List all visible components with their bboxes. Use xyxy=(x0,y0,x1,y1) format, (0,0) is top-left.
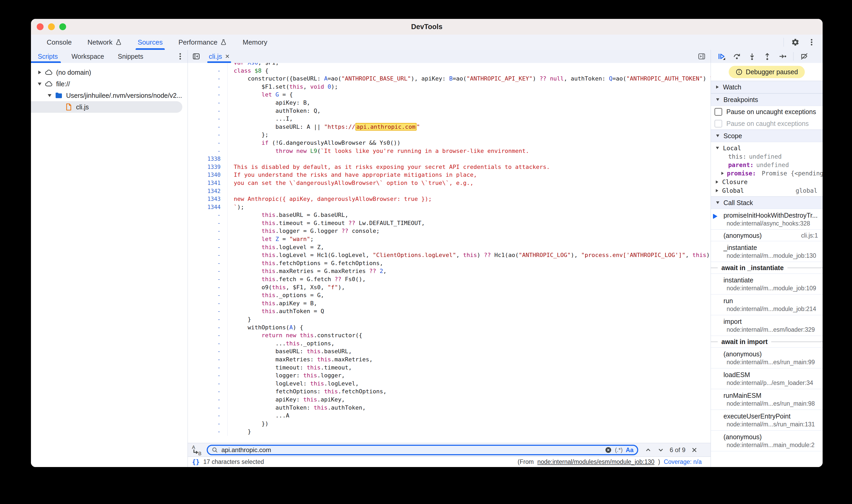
code-line[interactable]: - this.timeout = G.timeout ?? Lw.DEFAULT… xyxy=(188,219,711,227)
line-gutter[interactable]: - xyxy=(188,75,228,83)
line-gutter[interactable]: - xyxy=(188,307,228,316)
more-options-icon[interactable] xyxy=(807,37,816,47)
code-line[interactable]: - ...this._options, xyxy=(188,340,711,348)
close-search-icon[interactable] xyxy=(691,446,698,454)
line-gutter[interactable]: - xyxy=(188,300,228,308)
code-line[interactable]: - constructor({baseURL: A=ao("ANTHROPIC_… xyxy=(188,75,711,83)
code-line[interactable]: - this.authToken = Q xyxy=(188,307,711,316)
code-line[interactable]: 1339This is disabled by default, as it r… xyxy=(188,163,711,171)
line-gutter[interactable]: 1339 xyxy=(188,163,228,171)
pause-caught-checkbox[interactable] xyxy=(714,120,722,127)
section-watch[interactable]: Watch xyxy=(711,81,823,93)
pretty-print-icon[interactable]: {} xyxy=(192,458,200,466)
sidebar-tab-workspace[interactable]: Workspace xyxy=(65,50,111,63)
line-gutter[interactable]: 1343 xyxy=(188,195,228,203)
call-stack-frame[interactable]: _instantiatenode:internal/m...module_job… xyxy=(711,241,823,262)
line-gutter[interactable]: - xyxy=(188,267,228,275)
code-line[interactable]: - timeout: this.timeout, xyxy=(188,364,711,372)
tab-network[interactable]: Network xyxy=(79,35,129,50)
line-gutter[interactable]: - xyxy=(188,388,228,396)
line-gutter[interactable]: - xyxy=(188,91,228,99)
line-gutter[interactable]: - xyxy=(188,123,228,131)
code-line[interactable]: - maxRetries: this.maxRetries, xyxy=(188,356,711,364)
code-line[interactable]: - logger: this.logger, xyxy=(188,372,711,380)
tree-expander-icon[interactable] xyxy=(36,83,43,86)
deactivate-breakpoints-icon[interactable] xyxy=(800,52,809,61)
line-gutter[interactable]: 1342 xyxy=(188,187,228,195)
code-line[interactable]: - ...A xyxy=(188,412,711,420)
call-stack-frame[interactable]: instantiatenode:internal/m...module_job:… xyxy=(711,274,823,294)
pause-uncaught-checkbox[interactable] xyxy=(714,108,722,116)
line-gutter[interactable]: - xyxy=(188,404,228,412)
line-gutter[interactable]: - xyxy=(188,211,228,219)
tree-item-users-jinhuilee-nvm-versions-node-v2-[interactable]: Users/jinhuilee/.nvm/versions/node/v2... xyxy=(31,90,188,101)
settings-gear-icon[interactable] xyxy=(791,37,800,47)
match-case-toggle-icon[interactable]: Aa xyxy=(626,447,634,454)
tab-cli-js[interactable]: cli.js × xyxy=(203,50,235,63)
code-line[interactable]: var Xs0, $F1; xyxy=(188,63,711,67)
tree-expander-icon[interactable] xyxy=(36,71,43,74)
line-gutter[interactable]: - xyxy=(188,340,228,348)
code-line[interactable]: - $F1.set(this, void 0); xyxy=(188,83,711,91)
step-over-icon[interactable] xyxy=(732,52,741,61)
previous-match-icon[interactable] xyxy=(644,446,652,454)
line-gutter[interactable]: - xyxy=(188,115,228,123)
code-viewport[interactable]: var Xs0, $F1;-class $8 {- constructor({b… xyxy=(188,63,711,443)
code-line[interactable]: 1338 xyxy=(188,155,711,163)
code-line[interactable]: - this.baseURL = G.baseURL, xyxy=(188,211,711,219)
line-gutter[interactable]: - xyxy=(188,131,228,139)
line-gutter[interactable]: - xyxy=(188,83,228,91)
scope-variable-promise[interactable]: promise:Promise {<pending>} xyxy=(711,169,823,178)
call-stack-frame[interactable]: (anonymous)node:internal/m...main_module… xyxy=(711,431,823,451)
line-gutter[interactable]: - xyxy=(188,227,228,235)
code-line[interactable]: 1344`); xyxy=(188,203,711,211)
line-gutter[interactable]: - xyxy=(188,291,228,300)
replace-toggle-icon[interactable]: A B xyxy=(192,445,203,455)
from-module-link[interactable]: node:internal/modules/esm/module_job:130 xyxy=(537,458,655,465)
scope-section-global[interactable]: Globalglobal xyxy=(711,186,823,195)
code-line[interactable]: - logLevel: this.logLevel, xyxy=(188,380,711,388)
toggle-debugger-panel-icon[interactable] xyxy=(697,52,706,61)
code-line[interactable]: - authToken: this.authToken, xyxy=(188,404,711,412)
line-gutter[interactable]: - xyxy=(188,324,228,332)
code-line[interactable]: -class $8 { xyxy=(188,67,711,75)
code-line[interactable]: - ...I, xyxy=(188,115,711,123)
line-gutter[interactable]: - xyxy=(188,244,228,251)
call-stack-frame[interactable]: (anonymous)cli.js:1 xyxy=(711,230,823,241)
code-line[interactable]: - this.logLevel = Hc1(G.logLevel, "Clien… xyxy=(188,251,711,259)
code-line[interactable]: - return new this.constructor({ xyxy=(188,331,711,340)
tab-console[interactable]: Console xyxy=(39,35,79,50)
line-gutter[interactable]: - xyxy=(188,420,228,428)
scope-variable-parent[interactable]: parent:undefined xyxy=(711,161,823,169)
code-line[interactable]: - this.logLevel = Z, xyxy=(188,244,711,251)
code-line[interactable]: - apiKey: this.apiKey, xyxy=(188,396,711,404)
code-line[interactable]: - this.fetchOptions = G.fetchOptions, xyxy=(188,259,711,268)
line-gutter[interactable]: - xyxy=(188,380,228,388)
call-stack-frame[interactable]: runMainESMnode:internal/m...es/run_main:… xyxy=(711,389,823,410)
call-stack-frame[interactable]: (anonymous)node:internal/m...es/run_main… xyxy=(711,348,823,368)
regex-toggle-icon[interactable]: (.*) xyxy=(615,447,622,453)
code-line[interactable]: - } xyxy=(188,316,711,324)
line-gutter[interactable]: - xyxy=(188,251,228,259)
tree-item-file-[interactable]: file:// xyxy=(31,78,188,90)
line-gutter[interactable]: - xyxy=(188,99,228,107)
call-stack-frame[interactable]: loadESMnode:internal/p.../esm_loader:34 xyxy=(711,368,823,389)
code-line[interactable]: - authToken: Q, xyxy=(188,107,711,115)
line-gutter[interactable]: - xyxy=(188,284,228,292)
code-line[interactable]: - baseURL: this.baseURL, xyxy=(188,347,711,356)
scope-variable-this[interactable]: this:undefined xyxy=(711,152,823,161)
close-tab-icon[interactable]: × xyxy=(225,52,230,60)
line-gutter[interactable]: - xyxy=(188,347,228,356)
step-out-icon[interactable] xyxy=(763,52,772,61)
line-gutter[interactable]: - xyxy=(188,235,228,244)
line-gutter[interactable]: - xyxy=(188,372,228,380)
code-line[interactable]: - throw new L9(`It looks like you're run… xyxy=(188,147,711,155)
tab-performance[interactable]: Performance xyxy=(171,35,235,50)
call-stack-frame[interactable]: runnode:internal/m...module_job:214 xyxy=(711,294,823,315)
line-gutter[interactable]: - xyxy=(188,396,228,404)
call-stack-frame[interactable]: importnode:internal/m...esm/loader:329 xyxy=(711,315,823,336)
code-line[interactable]: - let G = { xyxy=(188,91,711,99)
code-line[interactable]: - this.logger = G.logger ?? console; xyxy=(188,227,711,235)
line-gutter[interactable] xyxy=(188,63,228,67)
line-gutter[interactable]: - xyxy=(188,428,228,436)
